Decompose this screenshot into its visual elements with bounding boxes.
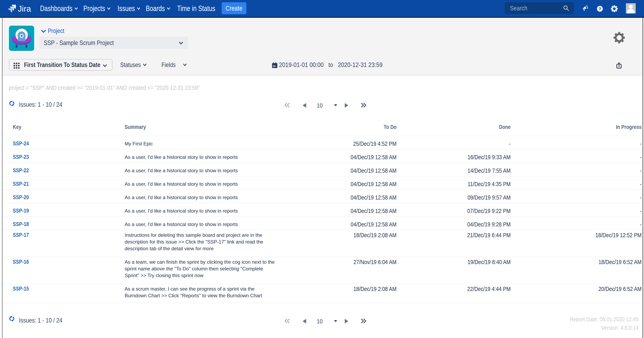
svg-text:?: ?	[599, 7, 601, 11]
svg-text:Jira: Jira	[18, 4, 31, 14]
